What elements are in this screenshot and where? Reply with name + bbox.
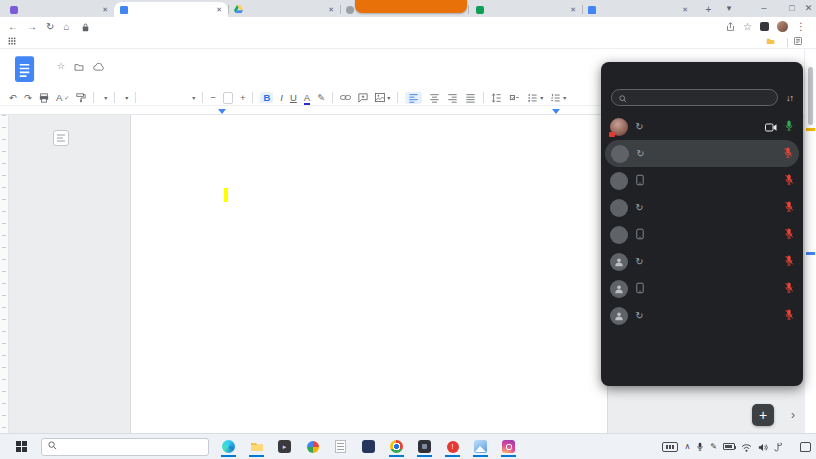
reload-icon[interactable]: ↻ <box>46 22 54 32</box>
mic-muted-icon[interactable] <box>784 199 794 217</box>
show-document-outline-button[interactable] <box>53 130 69 146</box>
file-explorer-app-icon[interactable] <box>247 437 266 457</box>
sort-icon[interactable]: ↓↑ <box>786 93 793 103</box>
star-document-icon[interactable]: ☆ <box>57 62 65 71</box>
tab-praktika[interactable]: ✕ <box>582 2 694 17</box>
text-color-button[interactable]: A <box>304 92 310 103</box>
forward-icon[interactable]: → <box>27 22 37 32</box>
align-right-button[interactable] <box>447 93 458 103</box>
font-size-decrease-icon[interactable]: − <box>210 93 216 103</box>
underline-button[interactable]: U <box>290 93 297 103</box>
meet-app-icon[interactable] <box>415 437 434 457</box>
tab-close-icon[interactable]: ✕ <box>570 6 576 14</box>
home-icon[interactable]: ⌂ <box>63 22 69 32</box>
tab-close-icon[interactable]: ✕ <box>102 6 108 14</box>
tab-ntokimanter[interactable]: ✕ <box>228 2 340 17</box>
indent-marker-left[interactable] <box>218 109 226 114</box>
participants-search-input[interactable] <box>632 93 770 102</box>
photos-app-icon[interactable] <box>471 437 490 457</box>
tab-omada-ntokiman[interactable]: ✕ <box>470 2 582 17</box>
action-center-icon[interactable] <box>800 442 811 452</box>
tab-close-icon[interactable]: ✕ <box>216 6 222 14</box>
mic-muted-icon[interactable] <box>784 280 794 298</box>
participant-row[interactable]: ↻ <box>605 140 799 167</box>
tab-omada-senariou[interactable]: ✕ <box>4 2 114 17</box>
edge-app-icon[interactable] <box>219 437 238 457</box>
start-button[interactable] <box>16 441 28 453</box>
paragraph-style-select[interactable]: ▾ <box>122 94 128 101</box>
new-tab-button[interactable]: + <box>702 3 715 16</box>
participant-row[interactable] <box>601 167 803 194</box>
mic-muted-icon[interactable] <box>784 226 794 244</box>
volume-icon[interactable] <box>758 438 768 456</box>
line-spacing-icon[interactable] <box>491 93 502 103</box>
window-maximize-button[interactable]: □ <box>783 0 801 16</box>
italic-button[interactable]: I <box>280 93 283 103</box>
tab-search-chevron-icon[interactable]: ▾ <box>720 0 738 16</box>
tab-close-icon[interactable]: ✕ <box>682 6 688 14</box>
align-left-button[interactable] <box>405 92 422 104</box>
document-page[interactable] <box>130 115 608 433</box>
tray-expand-chevron-icon[interactable]: ∧ <box>684 443 690 451</box>
numbered-list-icon[interactable]: ▾ <box>550 93 566 103</box>
mic-muted-icon[interactable] <box>784 172 794 190</box>
document-app-icon[interactable] <box>331 437 350 457</box>
floating-add-button[interactable]: + <box>752 404 774 426</box>
extension-icon[interactable] <box>760 22 769 31</box>
insert-image-icon[interactable]: ▾ <box>375 93 390 102</box>
tray-mic-icon[interactable] <box>696 438 704 456</box>
taskbar-search-box[interactable] <box>41 438 209 456</box>
notification-app-icon[interactable]: ! <box>443 437 462 457</box>
paint-format-icon[interactable] <box>76 93 86 103</box>
bold-button[interactable]: B <box>260 92 273 104</box>
redo-icon[interactable]: ↷ <box>24 93 32 103</box>
network-icon[interactable] <box>741 438 752 456</box>
align-center-button[interactable] <box>429 93 440 103</box>
align-justify-button[interactable] <box>465 93 476 103</box>
participant-row[interactable]: ↻ <box>601 248 803 275</box>
scrollbar-strip[interactable] <box>804 49 816 433</box>
insert-link-icon[interactable] <box>340 94 351 101</box>
battery-icon[interactable] <box>723 443 735 450</box>
media-app-icon[interactable]: ▸ <box>275 437 294 457</box>
participant-row[interactable]: ↻ <box>601 194 803 221</box>
window-minimize-button[interactable]: – <box>755 0 773 16</box>
spellcheck-icon[interactable]: A✓ <box>56 93 69 103</box>
google-docs-logo[interactable] <box>15 56 36 87</box>
indent-marker-right[interactable] <box>552 109 560 114</box>
video-app-icon[interactable] <box>359 437 378 457</box>
zoom-select[interactable]: ▾ <box>101 94 107 101</box>
mic-muted-icon[interactable] <box>784 253 794 271</box>
screen-sharing-banner[interactable] <box>355 0 467 13</box>
checklist-icon[interactable] <box>509 93 520 103</box>
undo-icon[interactable]: ↶ <box>9 93 17 103</box>
participant-row[interactable]: ↻ <box>601 113 803 140</box>
apps-grid-icon[interactable] <box>8 37 16 47</box>
tab-senario-active[interactable]: ✕ <box>114 2 228 17</box>
font-size-increase-icon[interactable]: + <box>240 93 246 103</box>
url-box[interactable] <box>78 18 717 36</box>
move-to-folder-icon[interactable] <box>74 57 84 75</box>
print-icon[interactable] <box>39 93 49 103</box>
chrome-app-icon[interactable] <box>387 437 406 457</box>
camera-icon[interactable] <box>765 118 777 136</box>
bookmark-star-icon[interactable]: ☆ <box>743 22 752 32</box>
usb-icon[interactable] <box>774 438 782 456</box>
instagram-app-icon[interactable] <box>499 437 518 457</box>
mic-on-icon[interactable] <box>784 118 794 136</box>
participants-search[interactable] <box>611 89 778 106</box>
participant-row[interactable] <box>601 221 803 248</box>
mic-muted-icon[interactable] <box>783 145 793 163</box>
share-page-icon[interactable] <box>726 18 735 36</box>
participant-row[interactable] <box>601 275 803 302</box>
bulleted-list-icon[interactable]: ▾ <box>527 93 543 103</box>
panel-collapse-chevron-icon[interactable]: › <box>791 408 795 422</box>
cloud-status-icon[interactable] <box>93 57 104 75</box>
profile-avatar[interactable] <box>777 21 788 32</box>
doc-list-item-4[interactable] <box>238 137 600 151</box>
tray-pen-icon[interactable]: ✎ <box>710 443 717 451</box>
font-select[interactable]: ▾ <box>143 94 195 101</box>
tab-close-icon[interactable]: ✕ <box>328 6 334 14</box>
window-close-button[interactable]: ✕ <box>801 0 816 16</box>
photos-pinwheel-app-icon[interactable] <box>303 437 322 457</box>
